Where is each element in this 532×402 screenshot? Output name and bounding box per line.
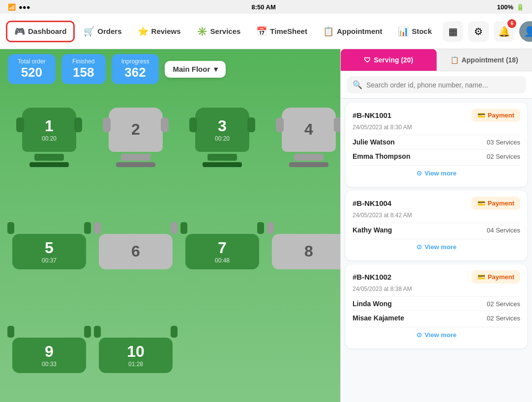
- tab-serving[interactable]: 🛡 Serving (20): [341, 49, 437, 71]
- chevron-circle-icon-1: ⊙: [416, 243, 422, 251]
- seats-grid: 1 00:20 2: [0, 89, 340, 402]
- user-avatar[interactable]: 👤: [519, 21, 532, 42]
- payment-button-0[interactable]: 💳 Payment: [472, 109, 520, 122]
- nav-appointment[interactable]: 📋 Appointment: [316, 22, 389, 41]
- seat-time-7: 00:48: [215, 257, 230, 264]
- payment-button-2[interactable]: 💳 Payment: [472, 270, 520, 284]
- bell-icon: 🔔: [498, 26, 510, 37]
- search-input[interactable]: [366, 81, 520, 89]
- customer-name-0-0: Julie Watson: [353, 138, 395, 146]
- bench-body-6: 6: [99, 234, 173, 269]
- chair-arm-left-4: [276, 117, 284, 132]
- view-more-1[interactable]: ⊙ View more: [353, 239, 520, 255]
- time-display: 8:50 AM: [251, 3, 275, 11]
- bench-handle-left-7: [180, 222, 187, 234]
- bench-handles-7: [180, 222, 264, 234]
- bench-handle-left-5: [7, 222, 14, 234]
- seat-1[interactable]: 1 00:20: [10, 94, 89, 190]
- search-bar: 🔍: [341, 71, 532, 99]
- navbar: 🎮 Dashboard 🛒 Orders ⭐ Reviews ✳️ Servic…: [0, 14, 532, 49]
- view-more-2[interactable]: ⊙ View more: [353, 327, 520, 343]
- chair-arm-left-2: [103, 117, 111, 132]
- floor-selector[interactable]: Main Floor ▾: [165, 61, 226, 78]
- seat-5[interactable]: 5 00:37: [10, 198, 89, 293]
- seat-7[interactable]: 7 00:48: [183, 198, 262, 293]
- tab-appointment-label: Appointment (18): [462, 56, 518, 64]
- seat-number-3: 3: [218, 117, 227, 135]
- qr-button[interactable]: ▦: [443, 21, 463, 42]
- customer-row-1-0: Kathy Wang 04 Services: [353, 223, 520, 237]
- bench-container-10: 10 01:28: [96, 322, 175, 376]
- seat-3[interactable]: 3 00:20: [183, 94, 262, 190]
- nav-reviews[interactable]: ⭐ Reviews: [131, 22, 188, 41]
- order-card-0: #B-NK1001 💳 Payment 24/05/2023 at 8:30 A…: [346, 103, 527, 187]
- nav-orders[interactable]: 🛒 Orders: [77, 22, 128, 41]
- nav-dashboard[interactable]: 🎮 Dashboard: [6, 21, 75, 42]
- payment-button-1[interactable]: 💳 Payment: [472, 197, 520, 210]
- view-more-0[interactable]: ⊙ View more: [353, 165, 520, 181]
- chevron-down-icon: ▾: [214, 65, 218, 74]
- dashboard-icon: 🎮: [14, 26, 25, 37]
- chair-arm-right-4: [334, 117, 340, 132]
- seat-6[interactable]: 6: [96, 198, 175, 293]
- services-icon: ✳️: [197, 26, 207, 37]
- order-card-1: #B-NK1004 💳 Payment 24/05/2023 at 8:42 A…: [346, 191, 527, 260]
- bench-body-8: 8: [272, 234, 340, 269]
- chair-foot-4: [289, 162, 328, 167]
- order-date-1: 24/05/2023 at 8:42 AM: [353, 212, 520, 219]
- bench-handles-10: [94, 326, 177, 338]
- stat-total-label: Total order: [18, 58, 46, 65]
- seat-8[interactable]: 8: [269, 198, 340, 293]
- floor-label: Main Floor: [173, 65, 210, 73]
- nav-reviews-label: Reviews: [151, 27, 181, 35]
- chair-container-1: 1 00:20: [15, 108, 84, 176]
- seat-number-10: 10: [127, 343, 145, 361]
- bench-handle-left-9: [7, 326, 14, 338]
- seat-number-4: 4: [304, 120, 313, 139]
- nav-services-label: Services: [210, 27, 241, 35]
- tab-appointment[interactable]: 📋 Appointment (18): [437, 49, 532, 71]
- settings-button[interactable]: ⚙: [468, 21, 489, 42]
- order-id-0: #B-NK1001: [353, 111, 391, 119]
- customer-name-2-1: Misae Kajamete: [353, 314, 404, 322]
- seat-10[interactable]: 10 01:28: [96, 301, 175, 397]
- order-id-2: #B-NK1002: [353, 273, 391, 281]
- order-date-0: 24/05/2023 at 8:30 AM: [353, 124, 520, 131]
- nav-right-actions: ▦ ⚙ 🔔 6 👤: [443, 21, 532, 42]
- services-count-1-0: 04 Services: [487, 227, 520, 234]
- nav-appointment-label: Appointment: [337, 27, 382, 35]
- seat-time-9: 00:33: [42, 361, 57, 368]
- order-id-1: #B-NK1004: [353, 199, 391, 207]
- nav-timesheet[interactable]: 📅 TimeSheet: [249, 22, 314, 41]
- search-wrap: 🔍: [347, 76, 526, 93]
- right-tabs: 🛡 Serving (20) 📋 Appointment (18): [341, 49, 532, 71]
- seat-number-6: 6: [131, 242, 140, 260]
- bench-handle-left-6: [94, 222, 101, 234]
- stat-total-value: 520: [18, 65, 46, 80]
- bench-container-5: 5 00:37: [10, 219, 89, 273]
- status-right: 100% 🔋: [497, 3, 524, 11]
- nav-timesheet-label: TimeSheet: [270, 27, 307, 35]
- orders-list: #B-NK1001 💳 Payment 24/05/2023 at 8:30 A…: [341, 99, 532, 402]
- stat-inprogress: Inprogress 362: [112, 54, 159, 84]
- seat-4[interactable]: 4: [269, 94, 340, 190]
- orders-icon: 🛒: [84, 26, 94, 37]
- seat-2[interactable]: 2: [96, 94, 175, 190]
- order-date-2: 24/05/2023 at 8:38 AM: [353, 286, 520, 292]
- stats-bar: Total order 520 Finished 158 Inprogress …: [0, 49, 340, 89]
- seat-number-8: 8: [304, 242, 313, 260]
- seat-time-3: 00:20: [215, 135, 230, 142]
- seat-9[interactable]: 9 00:33: [10, 301, 89, 397]
- order-header-1: #B-NK1004 💳 Payment: [353, 197, 520, 210]
- nav-dashboard-label: Dashboard: [28, 27, 66, 35]
- settings-icon: ⚙: [474, 26, 483, 37]
- services-count-0-0: 03 Services: [487, 139, 520, 146]
- nav-stock[interactable]: 📊 Stock: [391, 22, 439, 41]
- notifications-button[interactable]: 🔔 6: [494, 21, 514, 42]
- bench-handle-right-6: [171, 222, 177, 234]
- battery-label: 100%: [497, 3, 513, 11]
- view-more-label-2: View more: [425, 331, 457, 339]
- customer-name-0-1: Emma Thompson: [353, 152, 410, 160]
- notification-badge: 6: [507, 19, 516, 28]
- nav-services[interactable]: ✳️ Services: [190, 22, 248, 41]
